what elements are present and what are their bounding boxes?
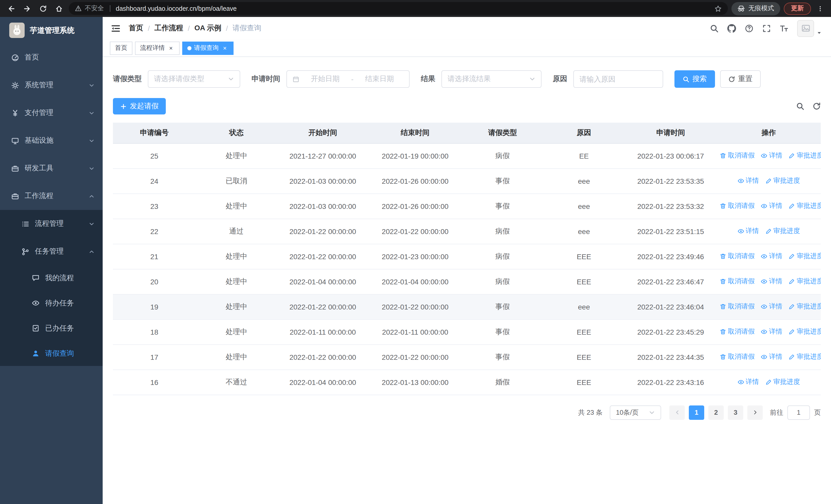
tag-home[interactable]: 首页 [110, 41, 133, 55]
fullscreen-icon[interactable] [762, 24, 771, 33]
approval-progress-link[interactable]: 审批进度 [765, 176, 800, 185]
search-icon[interactable] [710, 24, 719, 33]
next-page-button[interactable] [747, 405, 763, 420]
op-label: 审批进度 [773, 378, 800, 387]
pagination: 共 23 条 10条/页 1 2 3 前往 页 [113, 405, 821, 420]
cancel-leave-link[interactable]: 取消请假 [720, 352, 754, 362]
approval-progress-link[interactable]: 审批进度 [789, 327, 821, 336]
leave-type-select[interactable]: 请选择请假类型 [148, 70, 240, 88]
table-row: 19处理中2022-01-22 00:00:002022-01-22 00:00… [113, 294, 821, 319]
detail-link[interactable]: 详情 [761, 352, 782, 362]
cancel-leave-link[interactable]: 取消请假 [720, 327, 754, 336]
sidebar-item-workflow[interactable]: 工作流程 [0, 182, 103, 210]
sidebar-item-dev-tools[interactable]: 研发工具 [0, 154, 103, 182]
reset-button[interactable]: 重置 [720, 70, 761, 88]
breadcrumb-item[interactable]: 工作流程 [154, 24, 183, 33]
approval-progress-link[interactable]: 审批进度 [789, 151, 821, 160]
detail-link[interactable]: 详情 [761, 327, 782, 336]
cell-leave-type: 事假 [462, 294, 543, 319]
approval-progress-link[interactable]: 审批进度 [789, 352, 821, 362]
sidebar-item-infrastructure[interactable]: 基础设施 [0, 127, 103, 154]
sidebar-item-todo-tasks[interactable]: 待办任务 [0, 291, 103, 316]
chevron-down-icon [89, 138, 94, 144]
reason-label: 原因 [553, 75, 567, 84]
detail-link[interactable]: 详情 [737, 227, 759, 236]
cancel-leave-link[interactable]: 取消请假 [720, 202, 754, 211]
sidebar-item-leave-query[interactable]: 请假查询 [0, 341, 103, 366]
trash-icon [720, 303, 726, 310]
cell-actions: 取消请假详情审批进度 [717, 345, 821, 369]
detail-link[interactable]: 详情 [761, 302, 782, 311]
browser-forward-button[interactable] [21, 2, 33, 14]
apply-time-range-picker[interactable]: 开始日期 - 结束日期 [286, 70, 409, 88]
approval-progress-link[interactable]: 审批进度 [789, 302, 821, 311]
cancel-leave-link[interactable]: 取消请假 [720, 252, 754, 261]
edit-icon [765, 228, 772, 235]
result-select[interactable]: 请选择流结果 [441, 70, 542, 88]
detail-link[interactable]: 详情 [737, 378, 759, 387]
cell-status: 处理中 [196, 244, 277, 269]
incognito-badge: 无痕模式 [732, 2, 780, 15]
sidebar-item-my-process[interactable]: 我的流程 [0, 265, 103, 291]
eye-icon [761, 328, 767, 335]
cancel-leave-link[interactable]: 取消请假 [720, 277, 754, 286]
approval-progress-link[interactable]: 审批进度 [789, 252, 821, 261]
detail-link[interactable]: 详情 [761, 151, 782, 160]
reason-input[interactable] [573, 70, 663, 88]
approval-progress-link[interactable]: 审批进度 [789, 202, 821, 211]
sidebar-item-home[interactable]: 首页 [0, 43, 103, 71]
tag-process-detail[interactable]: 流程详情 × [135, 41, 180, 55]
create-leave-button[interactable]: 发起请假 [113, 98, 166, 114]
page-button-3[interactable]: 3 [728, 405, 743, 420]
sidebar-item-process-mgmt[interactable]: 流程管理 [0, 210, 103, 238]
page-size-select[interactable]: 10条/页 [610, 405, 661, 420]
toggle-search-icon[interactable] [796, 102, 804, 110]
sidebar-collapse-icon[interactable] [111, 23, 121, 33]
page-button-1[interactable]: 1 [689, 405, 704, 420]
op-label: 取消请假 [728, 277, 754, 286]
op-label: 详情 [769, 277, 782, 286]
eye-icon [737, 228, 744, 235]
bookmark-star-icon[interactable] [715, 5, 722, 12]
detail-link[interactable]: 详情 [761, 202, 782, 211]
caret-down-icon [816, 30, 822, 35]
sidebar-item-payment-mgmt[interactable]: 支付管理 [0, 99, 103, 127]
update-button[interactable]: 更新 [784, 2, 811, 14]
prev-page-button[interactable] [669, 405, 685, 420]
goto-page-input[interactable] [787, 405, 810, 420]
sidebar-item-system-mgmt[interactable]: 系统管理 [0, 71, 103, 99]
address-bar[interactable]: 不安全 dashboard.yudao.iocoder.cn/bpm/oa/le… [69, 2, 728, 15]
approval-progress-link[interactable]: 审批进度 [765, 378, 800, 387]
close-icon[interactable]: × [221, 45, 228, 52]
cancel-leave-link[interactable]: 取消请假 [720, 302, 754, 311]
refresh-table-icon[interactable] [812, 102, 821, 110]
page-button-2[interactable]: 2 [708, 405, 724, 420]
browser-home-button[interactable] [53, 2, 65, 14]
browser-menu-button[interactable] [814, 2, 826, 14]
github-icon[interactable] [727, 24, 736, 33]
user-avatar[interactable] [797, 20, 822, 37]
cancel-leave-link[interactable]: 取消请假 [720, 151, 754, 160]
sidebar-item-task-mgmt[interactable]: 任务管理 [0, 238, 103, 265]
edit-icon [789, 253, 795, 260]
url-text: dashboard.yudao.iocoder.cn/bpm/oa/leave [116, 5, 711, 12]
help-icon[interactable] [745, 24, 753, 33]
detail-link[interactable]: 详情 [761, 277, 782, 286]
tag-leave-query[interactable]: 请假查询 × [182, 41, 233, 55]
detail-link[interactable]: 详情 [737, 176, 759, 185]
detail-link[interactable]: 详情 [761, 252, 782, 261]
close-icon[interactable]: × [167, 45, 174, 52]
search-button[interactable]: 搜索 [675, 70, 715, 88]
browser-reload-button[interactable] [37, 2, 49, 14]
cell-start-time: 2022-01-22 00:00:00 [277, 345, 369, 369]
approval-progress-link[interactable]: 审批进度 [765, 227, 800, 236]
sidebar-item-done-tasks[interactable]: 已办任务 [0, 316, 103, 341]
breadcrumb-item[interactable]: 首页 [129, 24, 143, 33]
browser-back-button[interactable] [5, 2, 18, 14]
op-label: 取消请假 [728, 202, 754, 211]
approval-progress-link[interactable]: 审批进度 [789, 277, 821, 286]
trash-icon [720, 278, 726, 285]
breadcrumb-item[interactable]: OA 示例 [195, 24, 222, 33]
table-row: 23处理中2022-01-03 00:00:002022-01-26 00:00… [113, 194, 821, 219]
font-size-icon[interactable] [780, 24, 789, 33]
